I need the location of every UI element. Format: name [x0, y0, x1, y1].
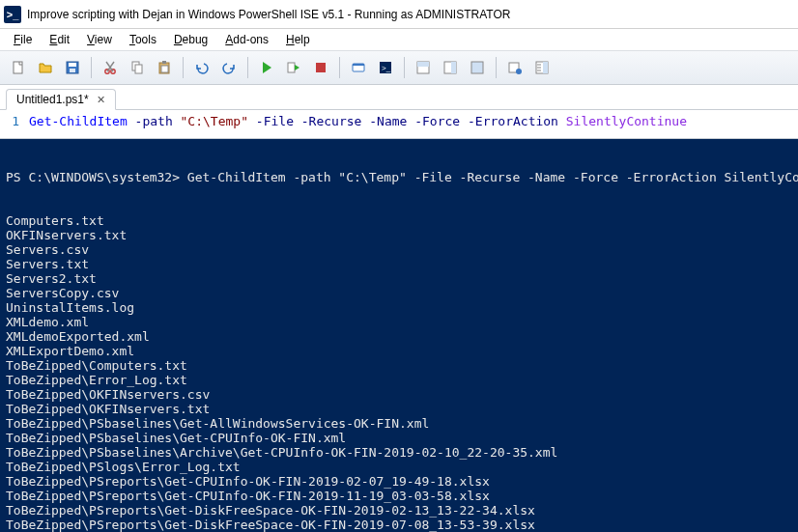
copy-button[interactable]: [125, 55, 150, 80]
toolbar-separator: [183, 57, 184, 78]
console-output-line: ToBeZipped\PSlogs\Error_Log.txt: [6, 460, 792, 474]
window-title: Improve scripting with Dejan in Windows …: [27, 8, 510, 21]
titlebar: >_ Improve scripting with Dejan in Windo…: [0, 0, 798, 29]
svg-rect-20: [451, 62, 456, 73]
console-output-line: ToBeZipped\Error_Log.txt: [6, 373, 792, 387]
toolbar-separator: [404, 57, 405, 78]
console-output-line: Servers.csv: [6, 242, 792, 257]
paste-button[interactable]: [152, 55, 177, 80]
console-output-line: ToBeZipped\PSbaselines\Get-CPUInfo-OK-FI…: [6, 431, 792, 445]
new-button[interactable]: [6, 55, 31, 80]
toolbar: >_: [0, 50, 798, 85]
console-output-line: XMLExportDemo.xml: [6, 344, 792, 358]
console-output: Computers.txtOKFINservers.txtServers.csv…: [6, 213, 792, 532]
svg-rect-2: [69, 63, 76, 67]
script-editor[interactable]: 1 Get-ChildItem -path "C:\Temp" -File -R…: [0, 110, 798, 139]
toolbar-separator: [496, 57, 497, 78]
console-output-line: ToBeZipped\Computers.txt: [6, 358, 792, 373]
menu-tools[interactable]: Tools: [122, 31, 164, 48]
cut-button[interactable]: [98, 55, 123, 80]
show-script-max-button[interactable]: [465, 55, 490, 80]
svg-rect-25: [543, 62, 548, 73]
show-command-addon-button[interactable]: [529, 55, 555, 80]
run-button[interactable]: [254, 55, 279, 80]
run-selection-button[interactable]: [281, 55, 306, 80]
menu-view[interactable]: View: [79, 31, 120, 48]
svg-rect-21: [471, 62, 483, 73]
console-output-line: ToBeZipped\PSbaselines\Get-AllWindowsSer…: [6, 416, 792, 431]
menu-addons[interactable]: Add-ons: [217, 31, 276, 48]
console-output-line: XMLdemo.xml: [6, 315, 792, 329]
svg-rect-12: [316, 63, 326, 72]
menu-help[interactable]: Help: [278, 31, 318, 48]
close-tab-icon[interactable]: ✕: [95, 94, 107, 106]
stop-button[interactable]: [308, 55, 333, 80]
svg-rect-0: [14, 62, 22, 73]
redo-button[interactable]: [216, 55, 242, 80]
console-output-line: ToBeZipped\PSreports\Get-DiskFreeSpace-O…: [6, 518, 792, 532]
console-output-line: ToBeZipped\PSreports\Get-CPUInfo-OK-FIN-…: [6, 474, 792, 489]
menu-debug[interactable]: Debug: [166, 31, 215, 48]
console-prompt-line: PS C:\WINDOWS\system32> Get-ChildItem -p…: [6, 170, 792, 184]
console-output-line: ServersCopy.csv: [6, 286, 792, 300]
console-output-line: ToBeZipped\OKFINservers.csv: [6, 387, 792, 402]
toolbar-separator: [247, 57, 248, 78]
show-command-button[interactable]: [502, 55, 527, 80]
open-button[interactable]: [33, 55, 58, 80]
console-output-line: Computers.txt: [6, 213, 792, 228]
svg-point-23: [516, 69, 522, 74]
tabstrip: Untitled1.ps1* ✕: [0, 85, 798, 110]
menu-file[interactable]: File: [6, 31, 40, 48]
svg-rect-7: [135, 65, 142, 73]
svg-text:>_: >_: [382, 64, 391, 72]
save-button[interactable]: [60, 55, 85, 80]
new-remote-tab-button[interactable]: [346, 55, 371, 80]
file-tab-label: Untitled1.ps1*: [16, 93, 89, 106]
start-powershell-button[interactable]: >_: [373, 55, 398, 80]
toolbar-separator: [91, 57, 92, 78]
svg-rect-9: [162, 61, 166, 64]
console-output-line: ToBeZipped\PSreports\Get-DiskFreeSpace-O…: [6, 503, 792, 518]
console-output-line: ToBeZipped\PSreports\Get-CPUInfo-OK-FIN-…: [6, 489, 792, 503]
console-output-line: XMLdemoExported.xml: [6, 329, 792, 344]
console-output-line: ToBeZipped\OKFINservers.txt: [6, 402, 792, 416]
file-tab[interactable]: Untitled1.ps1* ✕: [6, 89, 116, 110]
code-line-1[interactable]: Get-ChildItem -path "C:\Temp" -File -Rec…: [27, 110, 687, 138]
svg-rect-3: [70, 69, 75, 72]
undo-button[interactable]: [189, 55, 214, 80]
menubar: File Edit View Tools Debug Add-ons Help: [0, 29, 798, 50]
console-output-line: Servers.txt: [6, 257, 792, 271]
svg-rect-18: [417, 62, 429, 67]
line-gutter: 1: [0, 110, 27, 138]
console-output-line: ToBeZipped\PSbaselines\Archive\Get-CPUIn…: [6, 445, 792, 460]
show-script-right-button[interactable]: [438, 55, 463, 80]
menu-edit[interactable]: Edit: [42, 31, 77, 48]
svg-rect-11: [288, 63, 295, 72]
svg-rect-14: [353, 64, 364, 66]
toolbar-separator: [339, 57, 340, 78]
console-output-line: UninstalItems.log: [6, 300, 792, 315]
svg-rect-10: [161, 66, 168, 72]
console-pane[interactable]: PS C:\WINDOWS\system32> Get-ChildItem -p…: [0, 139, 798, 532]
console-output-line: Servers2.txt: [6, 271, 792, 286]
app-icon: >_: [4, 6, 21, 23]
show-script-top-button[interactable]: [411, 55, 436, 80]
console-output-line: OKFINservers.txt: [6, 228, 792, 242]
